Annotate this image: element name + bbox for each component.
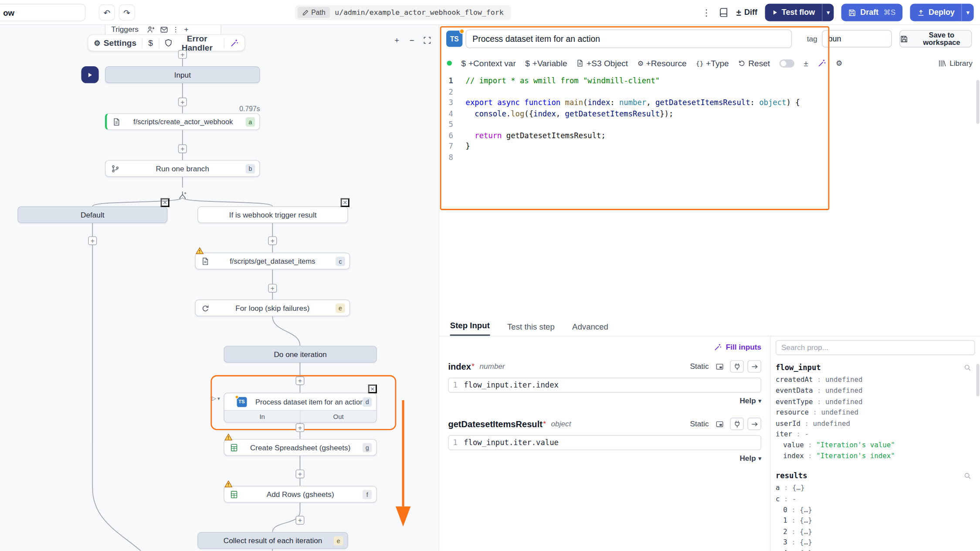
flow-node-for-loop[interactable]: For loop (skip failures) e: [195, 299, 350, 316]
prop-item[interactable]: createdAt : undefined: [776, 374, 975, 385]
add-resource-button[interactable]: ⚙ +Resource: [638, 54, 687, 72]
editor-toggle[interactable]: [780, 59, 794, 68]
add-step-button[interactable]: +: [268, 284, 277, 293]
expr-input-result[interactable]: 1 flow_input.iter.value: [448, 435, 761, 450]
add-step-button[interactable]: +: [295, 516, 304, 524]
flow-summary-input[interactable]: ow: [0, 4, 86, 21]
add-step-button[interactable]: +: [295, 469, 304, 478]
add-step-button[interactable]: +: [178, 98, 187, 106]
magnifier-icon[interactable]: [964, 472, 971, 480]
flow-node-collect[interactable]: Collect result of each iteration e: [197, 532, 348, 549]
fit-view-button[interactable]: [420, 34, 433, 46]
pip-button[interactable]: [712, 418, 726, 430]
add-context-var-button[interactable]: $+Context var: [461, 54, 516, 72]
error-handler-button[interactable]: Error Handler: [159, 35, 224, 51]
tag-input[interactable]: [822, 30, 892, 48]
docs-button[interactable]: [719, 4, 729, 21]
prop-item[interactable]: 0 : {…}: [776, 504, 975, 515]
prop-item[interactable]: eventData : undefined: [776, 385, 975, 396]
node-in-tab[interactable]: In: [224, 411, 301, 422]
code-editor[interactable]: 12345678 // import * as wmill from "wind…: [439, 72, 980, 319]
flow-node-get-dataset[interactable]: f/scripts/get_dataset_items c: [195, 252, 350, 269]
remove-branch-button[interactable]: ×: [161, 198, 170, 207]
add-step-button[interactable]: +: [295, 423, 304, 432]
undo-button[interactable]: ↶: [99, 4, 115, 20]
add-step-button[interactable]: +: [178, 144, 187, 153]
flow-canvas[interactable]: Triggers ⋮ + ⚙ Settings $ Error Hand: [0, 25, 439, 551]
editor-scrollbar[interactable]: [976, 80, 979, 124]
save-to-workspace-button[interactable]: Save to workspace: [899, 30, 972, 48]
run-step-button[interactable]: ▷▾: [212, 395, 220, 401]
more-menu-button[interactable]: ⋮: [701, 4, 711, 21]
prop-item[interactable]: a : {…}: [776, 483, 975, 493]
test-flow-button[interactable]: Test flow: [765, 4, 822, 21]
ai-gen-button[interactable]: [817, 54, 826, 72]
flow-node-add-rows[interactable]: Add Rows (gsheets) f: [224, 486, 376, 503]
add-step-button[interactable]: +: [295, 376, 304, 385]
run-flow-node-button[interactable]: [81, 66, 98, 83]
fill-inputs-button[interactable]: Fill inputs: [448, 341, 761, 353]
remove-step-button[interactable]: ×: [368, 384, 377, 393]
path-field[interactable]: Path u/admin/example_actor_webhook_flow_…: [295, 5, 511, 20]
tab-advanced[interactable]: Advanced: [572, 322, 608, 336]
library-button[interactable]: Library: [938, 55, 972, 71]
expr-input-index[interactable]: 1 flow_input.iter.index: [448, 378, 761, 392]
connect-arrow-button[interactable]: [747, 418, 761, 430]
prop-item[interactable]: 4 : {…}: [776, 548, 975, 551]
prop-item[interactable]: index : "Iteration's index": [776, 451, 975, 462]
prop-item[interactable]: 3 : {…}: [776, 537, 975, 548]
deploy-dropdown[interactable]: ▾: [962, 4, 974, 21]
plug-button[interactable]: [730, 360, 744, 373]
prop-item[interactable]: iter : -: [776, 429, 975, 440]
draft-button[interactable]: Draft ⌘S: [841, 4, 902, 21]
add-s3-object-button[interactable]: +S3 Object: [576, 54, 628, 72]
flow-node-create-spreadsheet[interactable]: Create Spreadsheet (gsheets) g: [224, 439, 376, 456]
tab-step-input[interactable]: Step Input: [450, 321, 490, 336]
flow-settings-button[interactable]: ⚙ Settings: [88, 35, 142, 51]
reset-code-button[interactable]: Reset: [738, 54, 770, 72]
zoom-in-button[interactable]: +: [390, 34, 403, 46]
redo-button[interactable]: ↷: [119, 4, 135, 20]
flow-node-create-webhook[interactable]: f/scripts/create_actor_webhook a: [105, 113, 260, 130]
diff-button[interactable]: ± Diff: [736, 4, 757, 21]
diff-icon[interactable]: ±: [804, 58, 808, 68]
step-title-input[interactable]: [466, 29, 792, 48]
prop-item[interactable]: value : "Iteration's value": [776, 440, 975, 451]
editor-settings-button[interactable]: ⚙: [836, 54, 842, 72]
add-step-button[interactable]: +: [178, 50, 187, 59]
connect-arrow-button[interactable]: [747, 360, 761, 373]
prop-item[interactable]: resource : undefined: [776, 407, 975, 418]
search-prop-input[interactable]: [776, 340, 975, 355]
flow-node-process-item[interactable]: TS Process dataset item for an action d …: [224, 393, 376, 423]
zoom-out-button[interactable]: −: [406, 34, 418, 46]
remove-branch-button[interactable]: ×: [341, 198, 349, 207]
flow-node-run-one-branch[interactable]: Run one branch b: [105, 160, 260, 177]
add-step-button[interactable]: +: [88, 236, 97, 245]
help-toggle[interactable]: Help▾: [448, 452, 761, 466]
add-branch-button[interactable]: [177, 187, 187, 204]
test-flow-dropdown[interactable]: ▾: [822, 4, 834, 21]
input-mode-label[interactable]: Static: [690, 419, 709, 428]
add-variable-button[interactable]: $+Variable: [525, 54, 567, 72]
prop-item[interactable]: 1 : {…}: [776, 515, 975, 526]
prop-item[interactable]: 2 : {…}: [776, 526, 975, 537]
prop-item[interactable]: userId : undefined: [776, 418, 975, 429]
node-out-tab[interactable]: Out: [301, 411, 376, 422]
pip-button[interactable]: [712, 360, 726, 373]
help-toggle[interactable]: Help▾: [448, 394, 761, 408]
ai-assistant-button[interactable]: [224, 35, 244, 51]
add-type-button[interactable]: {} +Type: [696, 54, 729, 72]
add-step-button[interactable]: +: [268, 236, 277, 245]
input-mode-label[interactable]: Static: [690, 362, 709, 371]
tab-test-this-step[interactable]: Test this step: [507, 322, 555, 336]
flow-node-input[interactable]: Input: [105, 66, 260, 83]
deploy-button[interactable]: Deploy: [910, 4, 962, 21]
context-vars-button[interactable]: $: [142, 35, 158, 51]
magnifier-icon[interactable]: [964, 364, 971, 371]
prop-item[interactable]: eventType : undefined: [776, 396, 975, 407]
prop-item[interactable]: c : -: [776, 493, 975, 504]
flow-node-default-branch[interactable]: Default: [17, 206, 167, 223]
flow-node-if-webhook[interactable]: If is webhook trigger result: [197, 206, 348, 223]
flow-node-do-iteration[interactable]: Do one iteration: [224, 346, 376, 363]
plug-button[interactable]: [730, 418, 744, 430]
